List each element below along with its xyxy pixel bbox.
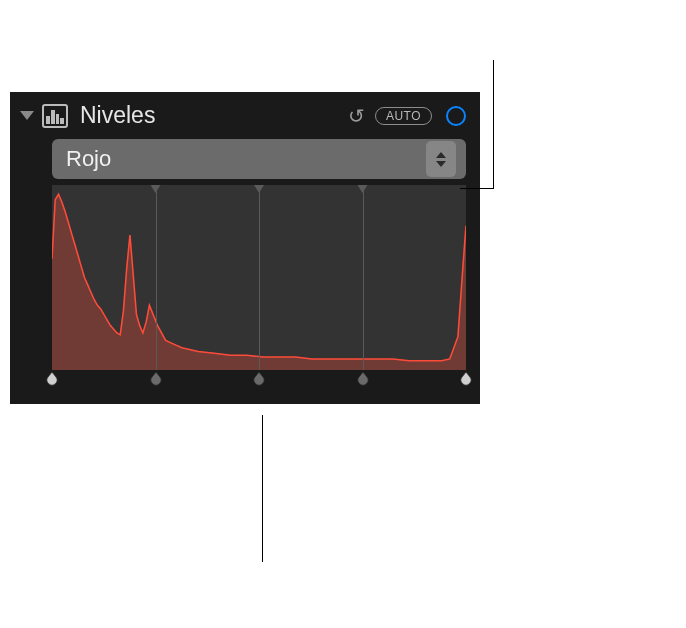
- levels-icon: [42, 104, 68, 128]
- bottom-handles-track: [52, 372, 466, 386]
- callout-line: [262, 415, 263, 562]
- histogram-area: [10, 185, 480, 404]
- levels-panel: Niveles ↺ AUTO Rojo: [10, 92, 480, 404]
- levels-handle[interactable]: [150, 372, 162, 384]
- disclosure-triangle-icon[interactable]: [20, 111, 34, 120]
- reset-icon[interactable]: ↺: [348, 104, 365, 128]
- levels-handle[interactable]: [253, 372, 265, 384]
- levels-handle[interactable]: [357, 372, 369, 384]
- channel-select-row: Rojo: [10, 139, 480, 185]
- panel-title: Niveles: [80, 102, 340, 129]
- channel-select[interactable]: Rojo: [52, 139, 466, 179]
- callout-line: [460, 188, 494, 189]
- channel-select-value: Rojo: [66, 146, 426, 172]
- levels-handle[interactable]: [460, 372, 472, 384]
- channel-stepper-icon[interactable]: [426, 141, 456, 177]
- histogram[interactable]: [52, 185, 466, 370]
- panel-header: Niveles ↺ AUTO: [10, 92, 480, 139]
- chevron-down-icon: [436, 161, 446, 167]
- chevron-up-icon: [436, 152, 446, 158]
- levels-handle[interactable]: [46, 372, 58, 384]
- callout-line: [493, 60, 494, 188]
- gridline: [259, 185, 260, 370]
- gridline: [363, 185, 364, 370]
- active-toggle-icon[interactable]: [446, 106, 466, 126]
- auto-button[interactable]: AUTO: [375, 107, 432, 125]
- gridline: [156, 185, 157, 370]
